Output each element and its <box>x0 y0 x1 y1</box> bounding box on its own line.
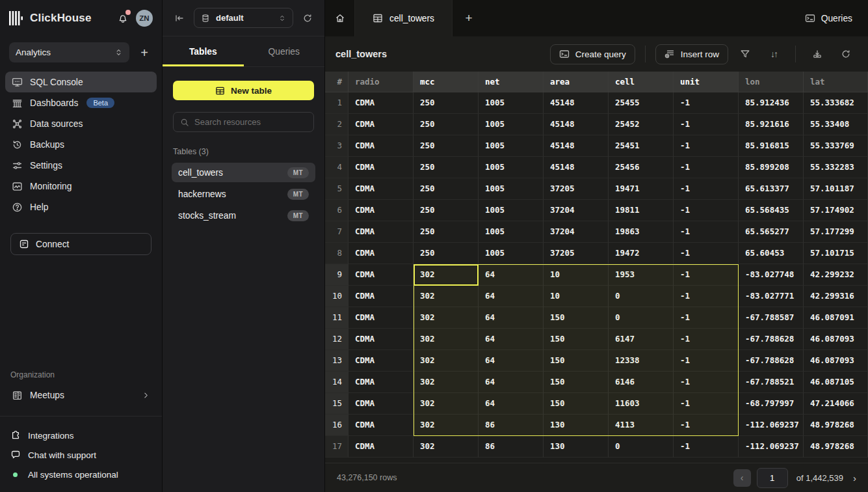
notifications-button[interactable] <box>116 11 130 25</box>
table-list-item-hackernews[interactable]: hackernews MT <box>172 184 315 204</box>
cell[interactable]: -1 <box>674 178 739 200</box>
cell[interactable]: 64 <box>479 372 544 393</box>
cell[interactable]: 302 <box>414 415 479 436</box>
cell[interactable]: -1 <box>674 114 739 135</box>
cell[interactable]: 10 <box>544 286 609 307</box>
cell[interactable]: 302 <box>414 393 479 415</box>
cell[interactable]: 48.978268 <box>804 436 868 458</box>
cell[interactable]: 45148 <box>544 92 609 114</box>
row-number[interactable]: 16 <box>325 415 349 436</box>
database-selector[interactable]: default <box>194 8 293 28</box>
cell[interactable]: 150 <box>544 329 609 350</box>
row-number[interactable]: 15 <box>325 393 349 415</box>
cell[interactable]: 0 <box>609 436 674 458</box>
cell[interactable]: 55.332283 <box>804 157 868 178</box>
cell[interactable]: 85.899208 <box>739 157 804 178</box>
cell[interactable]: 42.299316 <box>804 286 868 307</box>
cell[interactable]: 1953 <box>609 264 674 286</box>
sidebar-item-integrations[interactable]: Integrations <box>0 426 162 445</box>
cell[interactable]: CDMA <box>349 329 414 350</box>
cell[interactable]: CDMA <box>349 286 414 307</box>
column-header-lat[interactable]: lat <box>804 72 868 92</box>
cell[interactable]: -112.069237 <box>739 415 804 436</box>
cell[interactable]: 57.101715 <box>804 243 868 264</box>
cell[interactable]: 1005 <box>479 157 544 178</box>
row-number[interactable]: 12 <box>325 329 349 350</box>
row-number[interactable]: 5 <box>325 178 349 200</box>
cell[interactable]: CDMA <box>349 393 414 415</box>
cell[interactable]: -67.788521 <box>739 372 804 393</box>
cell[interactable]: 19811 <box>609 200 674 221</box>
cell[interactable]: 86 <box>479 436 544 458</box>
cell[interactable]: 1005 <box>479 221 544 243</box>
main-tab-cell-towers[interactable]: cell_towers <box>355 0 453 36</box>
cell[interactable]: 48.978268 <box>804 415 868 436</box>
column-header-lon[interactable]: lon <box>739 72 804 92</box>
sidebar-item-meetups[interactable]: Meetups <box>5 385 157 405</box>
tab-tables[interactable]: Tables <box>163 36 244 66</box>
cell[interactable]: CDMA <box>349 178 414 200</box>
column-header-net[interactable]: net <box>479 72 544 92</box>
cell[interactable]: -1 <box>674 393 739 415</box>
cell[interactable]: 57.174902 <box>804 200 868 221</box>
row-number[interactable]: 9 <box>325 264 349 286</box>
cell[interactable]: 46.087091 <box>804 307 868 329</box>
cell[interactable]: CDMA <box>349 307 414 329</box>
cell[interactable]: 65.568435 <box>739 200 804 221</box>
cell[interactable]: -1 <box>674 286 739 307</box>
cell[interactable]: 302 <box>414 329 479 350</box>
cell[interactable]: 42.299232 <box>804 264 868 286</box>
page-number-input[interactable] <box>757 468 788 488</box>
cell[interactable]: -1 <box>674 307 739 329</box>
sidebar-item-dashboards[interactable]: Dashboards Beta <box>5 92 157 113</box>
cell[interactable]: 250 <box>414 157 479 178</box>
cell[interactable]: 65.565277 <box>739 221 804 243</box>
cell[interactable]: 250 <box>414 178 479 200</box>
row-number[interactable]: 6 <box>325 200 349 221</box>
cell[interactable]: 57.177299 <box>804 221 868 243</box>
cell[interactable]: 0 <box>609 286 674 307</box>
sidebar-item-backups[interactable]: Backups <box>5 134 157 155</box>
cell[interactable]: 150 <box>544 307 609 329</box>
row-number[interactable]: 8 <box>325 243 349 264</box>
cell[interactable]: -1 <box>674 350 739 372</box>
cell[interactable]: 302 <box>414 350 479 372</box>
column-header-unit[interactable]: unit <box>674 72 739 92</box>
cell[interactable]: 25455 <box>609 92 674 114</box>
cell[interactable]: 64 <box>479 350 544 372</box>
connect-button[interactable]: Connect <box>10 233 151 255</box>
tab-queries[interactable]: Queries <box>244 36 325 66</box>
cell[interactable]: 86 <box>479 415 544 436</box>
cell[interactable]: -1 <box>674 329 739 350</box>
cell[interactable]: 250 <box>414 243 479 264</box>
cell[interactable]: 302 <box>414 264 479 286</box>
cell[interactable]: 45148 <box>544 114 609 135</box>
cell[interactable]: -1 <box>674 92 739 114</box>
cell[interactable]: -1 <box>674 264 739 286</box>
cell[interactable]: CDMA <box>349 157 414 178</box>
cell[interactable]: 1005 <box>479 114 544 135</box>
row-number[interactable]: 1 <box>325 92 349 114</box>
cell[interactable]: 64 <box>479 264 544 286</box>
cell[interactable]: 150 <box>544 393 609 415</box>
cell[interactable]: -112.069237 <box>739 436 804 458</box>
collapse-panel-button[interactable] <box>172 10 187 26</box>
cell[interactable]: 37204 <box>544 200 609 221</box>
cell[interactable]: -83.027771 <box>739 286 804 307</box>
new-table-button[interactable]: New table <box>173 81 314 100</box>
cell[interactable]: -83.027748 <box>739 264 804 286</box>
filter-button[interactable] <box>733 44 757 64</box>
row-number[interactable]: 3 <box>325 135 349 157</box>
cell[interactable]: 1005 <box>479 243 544 264</box>
prev-page-button[interactable]: ‹ <box>733 469 751 487</box>
workspace-selector[interactable]: Analytics <box>9 42 129 62</box>
row-number[interactable]: 11 <box>325 307 349 329</box>
cell[interactable]: CDMA <box>349 243 414 264</box>
sidebar-item-data-sources[interactable]: Data sources <box>5 113 157 134</box>
cell[interactable]: 19471 <box>609 178 674 200</box>
cell[interactable]: 57.101187 <box>804 178 868 200</box>
cell[interactable]: -1 <box>674 200 739 221</box>
cell[interactable]: 64 <box>479 307 544 329</box>
cell[interactable]: -67.788587 <box>739 307 804 329</box>
cell[interactable]: 37204 <box>544 221 609 243</box>
